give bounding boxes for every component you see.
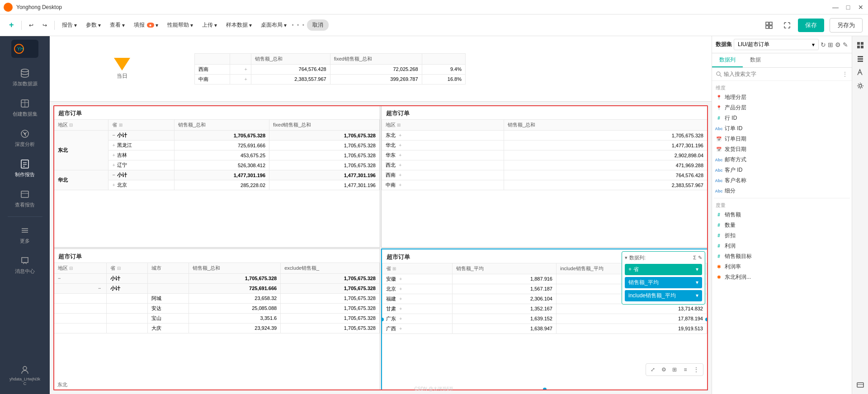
- field-customer-name[interactable]: Abc 客户名称: [714, 175, 850, 186]
- field-sales-target[interactable]: # 销售额目标: [714, 251, 850, 262]
- expand-province-icon[interactable]: ⊞: [119, 122, 123, 127]
- tab-data[interactable]: 数据: [743, 53, 768, 67]
- more-options-icon[interactable]: ⋮: [842, 70, 848, 78]
- params-menu[interactable]: 参数 ▾: [82, 19, 104, 31]
- edit-dataset-icon[interactable]: ✎: [843, 41, 848, 48]
- saveas-button[interactable]: 另存为: [830, 18, 863, 33]
- right-sidebar-settings-btn[interactable]: [855, 80, 866, 91]
- chevron-down-binding2[interactable]: ▾: [696, 279, 698, 286]
- redo-button[interactable]: ↪: [39, 20, 51, 30]
- dataset-selector[interactable]: LIU/超市订单 ▾: [734, 39, 819, 50]
- field-segment[interactable]: Abc 细分: [714, 186, 850, 196]
- binding-field-avg[interactable]: 销售额_平均 ▾: [625, 277, 702, 288]
- sigma-icon[interactable]: Σ: [693, 255, 696, 260]
- plus-icon10[interactable]: +: [399, 182, 401, 188]
- minus-icon4[interactable]: −: [98, 286, 101, 291]
- fullscreen-button[interactable]: [780, 20, 794, 31]
- collapse-area3-icon[interactable]: ⊟: [69, 266, 73, 271]
- field-row-id[interactable]: # 行 ID: [714, 113, 850, 123]
- fill-menu[interactable]: 填报 ● ▾: [130, 19, 162, 31]
- plus-icon-p3[interactable]: +: [399, 296, 402, 301]
- chevron-down-binding3[interactable]: ▾: [696, 292, 698, 299]
- sidebar-item-add-datasource[interactable]: 添加数据源: [5, 63, 45, 92]
- field-profit[interactable]: # 利润: [714, 241, 850, 251]
- refresh-icon[interactable]: ↻: [821, 41, 826, 48]
- grid-view-button[interactable]: [762, 20, 776, 31]
- sample-menu[interactable]: 样本数据 ▾: [222, 19, 255, 31]
- sidebar-item-messages[interactable]: 消息中心: [5, 251, 45, 279]
- plus-icon-p1[interactable]: +: [399, 276, 402, 281]
- upload-menu[interactable]: 上传 ▾: [198, 19, 221, 31]
- field-discount[interactable]: # 折扣: [714, 230, 850, 241]
- plus-icon-p2[interactable]: +: [399, 286, 402, 291]
- edit-icon[interactable]: ✎: [698, 255, 702, 261]
- close-button[interactable]: ✕: [857, 4, 864, 11]
- tab-data-column[interactable]: 数据列: [712, 53, 743, 67]
- field-product-layer[interactable]: 📍 产品分层: [714, 103, 850, 113]
- plus-icon3[interactable]: +: [112, 162, 115, 168]
- right-sidebar-data-btn[interactable]: [855, 53, 866, 64]
- right-sidebar-format-btn[interactable]: [855, 67, 866, 78]
- collapse-province3-icon[interactable]: ⊟: [117, 266, 121, 271]
- field-quantity[interactable]: # 数量: [714, 220, 850, 230]
- right-sidebar-components-btn[interactable]: [855, 40, 866, 51]
- add-dataset-icon[interactable]: ⊞: [828, 41, 833, 48]
- resize-handle-bottom[interactable]: [543, 388, 547, 390]
- plus-icon6[interactable]: +: [399, 142, 401, 148]
- binding-field-province[interactable]: + 省 ▾: [625, 264, 702, 275]
- sidebar-item-create-dataset[interactable]: 创建数据集: [5, 94, 45, 122]
- plus-icon-p5[interactable]: +: [399, 316, 402, 321]
- sidebar-item-user[interactable]: yhdata_LHwjN3kC: [5, 360, 45, 390]
- plus-icon8[interactable]: +: [399, 162, 401, 168]
- minus-icon2[interactable]: −: [112, 172, 115, 178]
- field-order-date[interactable]: 📅 订单日期: [714, 134, 850, 144]
- plus-icon-p4[interactable]: +: [399, 306, 402, 311]
- view-menu[interactable]: 查看 ▾: [106, 19, 128, 31]
- plus-icon2[interactable]: +: [112, 152, 115, 158]
- maximize-button[interactable]: □: [844, 4, 852, 11]
- field-ship-date[interactable]: 📅 发货日期: [714, 144, 850, 155]
- grid-table-btn[interactable]: ≡: [680, 365, 690, 375]
- plus-icon4[interactable]: +: [112, 182, 115, 188]
- add-button[interactable]: +: [5, 19, 18, 32]
- binding-field-include[interactable]: include销售额_平均 ▾: [625, 290, 702, 301]
- perf-menu[interactable]: 性能帮助 ▾: [164, 19, 197, 31]
- sidebar-item-more[interactable]: 更多: [5, 220, 45, 249]
- field-ship-method[interactable]: Abc 邮寄方式: [714, 155, 850, 165]
- field-profit-rate[interactable]: ✱ 利润率: [714, 262, 850, 272]
- minimize-button[interactable]: —: [832, 4, 839, 11]
- sidebar-item-view-report[interactable]: 查看报告: [5, 184, 45, 213]
- chevron-down-binding1[interactable]: ▾: [696, 266, 698, 272]
- plus-icon-p6[interactable]: +: [399, 326, 402, 331]
- settings-table-btn[interactable]: ⊞: [670, 365, 679, 375]
- plus-icon7[interactable]: +: [399, 152, 401, 158]
- expand-province4-icon[interactable]: ⊞: [392, 266, 396, 271]
- expand-table-btn[interactable]: ⤢: [648, 365, 658, 375]
- cancel-button[interactable]: 取消: [307, 19, 329, 31]
- search-input[interactable]: [724, 71, 840, 77]
- field-label: 利润率: [725, 263, 741, 271]
- filter-table-btn[interactable]: ⚙: [659, 365, 669, 375]
- sidebar-item-deep-analysis[interactable]: 深度分析: [5, 124, 45, 152]
- field-geo-layer[interactable]: 📍 地理分层: [714, 92, 850, 103]
- plus-icon9[interactable]: +: [399, 172, 401, 178]
- expand-area2-icon[interactable]: ⊞: [397, 122, 401, 127]
- collapse-area-icon[interactable]: ⊟: [69, 122, 73, 127]
- resize-handle-right[interactable]: [705, 318, 708, 321]
- field-customer-id[interactable]: Abc 客户 ID: [714, 165, 850, 175]
- plus-icon[interactable]: +: [112, 142, 115, 148]
- sidebar-item-make-report[interactable]: 制作报告: [5, 154, 45, 183]
- field-sales[interactable]: # 销售额: [714, 210, 850, 220]
- minus-icon[interactable]: −: [112, 132, 115, 138]
- field-northeast-profit[interactable]: ✱ 东北利润...: [714, 272, 850, 282]
- layout-menu[interactable]: 桌面布局 ▾: [257, 19, 290, 31]
- settings-dataset-icon[interactable]: ⚙: [835, 41, 841, 48]
- save-button[interactable]: 保存: [798, 19, 824, 32]
- field-order-id[interactable]: Abc 订单 ID: [714, 123, 850, 134]
- right-sidebar-group-btn[interactable]: [855, 380, 866, 390]
- minus-icon3[interactable]: −: [58, 276, 61, 281]
- undo-button[interactable]: ↩: [25, 20, 37, 30]
- report-menu[interactable]: 报告 ▾: [58, 19, 80, 31]
- plus-icon5[interactable]: +: [399, 132, 401, 138]
- more-table-btn[interactable]: ⋮: [691, 365, 701, 375]
